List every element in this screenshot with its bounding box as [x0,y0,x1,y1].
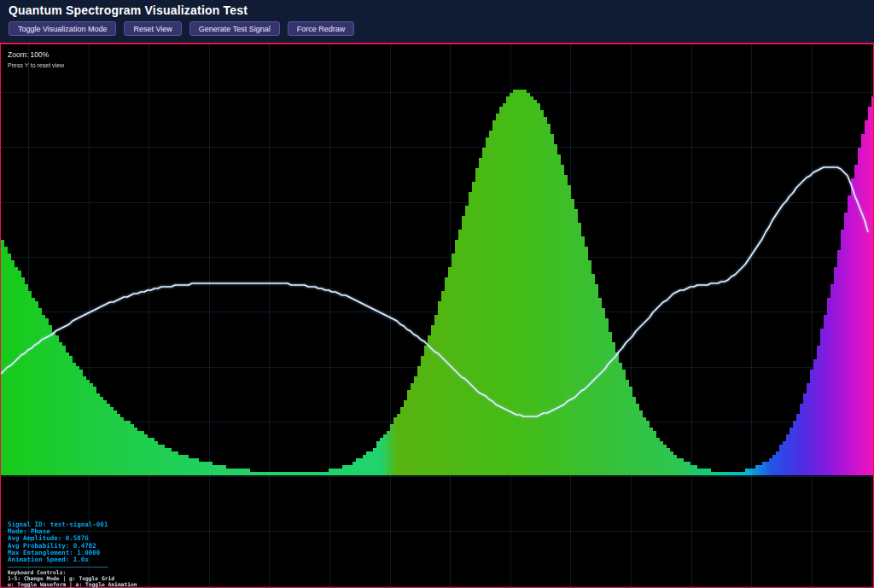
hud-divider [8,567,108,568]
generate-test-signal-button[interactable]: Generate Test Signal [189,21,280,36]
top-bar: Quantum Spectrogram Visualization Test T… [0,0,874,43]
hud-overlay: Signal ID: test-signal-001Mode: PhaseAvg… [8,521,137,588]
text-line: Animation Speed: 1.0x [8,556,137,563]
page-title: Quantum Spectrogram Visualization Test [0,0,874,17]
signal-info-block: Signal ID: test-signal-001Mode: PhaseAvg… [8,521,137,563]
reset-hint-label: Press 'r' to reset view [8,62,64,68]
spectrogram-panel: Zoom: 100% Press 'r' to reset view Signa… [0,43,874,588]
force-redraw-button[interactable]: Force Redraw [288,21,355,36]
spectrogram-canvas[interactable] [1,44,873,588]
toolbar: Toggle Visualization Mode Reset View Gen… [0,17,874,36]
zoom-level-label: Zoom: 100% [8,50,49,59]
toggle-visualization-mode-button[interactable]: Toggle Visualization Mode [9,21,116,36]
reset-view-button[interactable]: Reset View [124,21,181,36]
keyboard-help-block: Keyboard Controls:1-5: Change Mode | g: … [8,570,137,588]
